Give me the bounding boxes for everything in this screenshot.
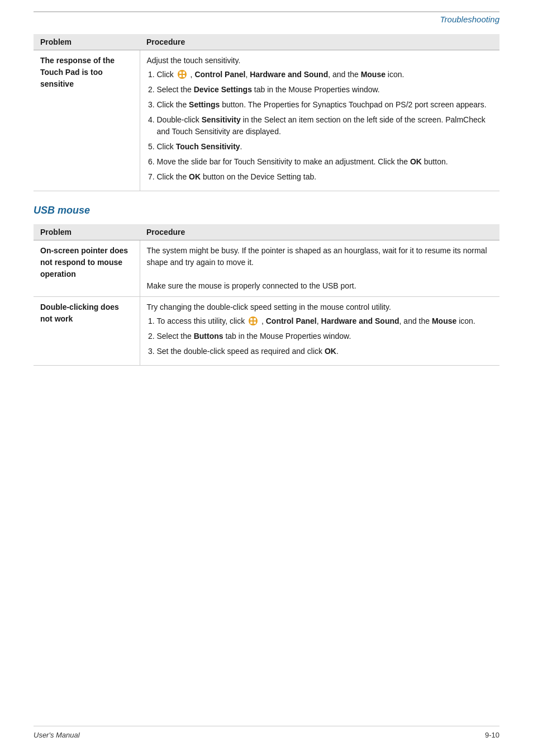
- procedure-steps: To access this utility, click , Control …: [157, 315, 493, 357]
- bold-text: Hardware and Sound: [321, 316, 399, 325]
- col-procedure-header: Procedure: [140, 34, 499, 50]
- procedure-cell: The system might be busy. If the pointer…: [140, 240, 499, 297]
- col-procedure-header: Procedure: [140, 224, 499, 240]
- list-item: Click , Control Panel, Hardware and Soun…: [157, 69, 493, 81]
- problem-cell: The response of the Touch Pad is too sen…: [34, 50, 140, 191]
- bold-text: Device Settings: [194, 85, 252, 94]
- list-item: Double-click Sensitivity in the Select a…: [157, 114, 493, 138]
- list-item: Click Touch Sensitivity.: [157, 141, 493, 153]
- header-area: Troubleshooting: [34, 15, 499, 24]
- bold-text: Buttons: [194, 332, 223, 341]
- page-container: Troubleshooting Problem Procedure The re…: [0, 0, 533, 756]
- table-row: On-screen pointer does not respond to mo…: [34, 240, 499, 297]
- svg-rect-3: [179, 75, 182, 77]
- list-item: Select the Buttons tab in the Mouse Prop…: [157, 330, 493, 342]
- touchpad-table: Problem Procedure The response of the To…: [34, 34, 499, 191]
- table-header-row: Problem Procedure: [34, 224, 499, 240]
- procedure-text: The system might be busy. If the pointer…: [147, 245, 493, 268]
- list-item: Click the OK button on the Device Settin…: [157, 171, 493, 183]
- svg-point-5: [249, 316, 258, 325]
- col-problem-header: Problem: [34, 34, 140, 50]
- list-item: Click the Settings button. The Propertie…: [157, 99, 493, 111]
- footer-left-label: User's Manual: [34, 731, 80, 739]
- svg-rect-6: [250, 318, 253, 320]
- col-problem-header: Problem: [34, 224, 140, 240]
- bold-text: Sensitivity: [202, 115, 241, 124]
- top-rule: [34, 11, 499, 12]
- windows-start-icon: [248, 316, 258, 326]
- procedure-cell: Try changing the double-click speed sett…: [140, 297, 499, 366]
- svg-rect-9: [254, 322, 256, 324]
- page-header-label: Troubleshooting: [440, 15, 499, 24]
- problem-text: Double-clicking does not work: [40, 303, 119, 323]
- svg-rect-2: [183, 72, 185, 74]
- bold-text: Control Panel: [194, 70, 245, 79]
- bold-text: Settings: [189, 100, 220, 109]
- list-item: To access this utility, click , Control …: [157, 315, 493, 327]
- bold-text: OK: [410, 157, 422, 166]
- list-item: Set the double-click speed as required a…: [157, 346, 493, 357]
- procedure-intro: Try changing the double-click speed sett…: [147, 301, 493, 313]
- svg-rect-8: [250, 322, 253, 324]
- procedure-text-2: Make sure the mouse is properly connecte…: [147, 280, 493, 292]
- list-item: Move the slide bar for Touch Sensitivity…: [157, 156, 493, 168]
- windows-start-icon: [177, 69, 187, 79]
- procedure-cell: Adjust the touch sensitivity. Click: [140, 50, 499, 191]
- table-row: The response of the Touch Pad is too sen…: [34, 50, 499, 191]
- bold-text: OK: [325, 347, 336, 356]
- list-item: Select the Device Settings tab in the Mo…: [157, 84, 493, 96]
- svg-point-0: [178, 70, 187, 79]
- footer-page-number: 9-10: [485, 731, 499, 739]
- problem-cell: Double-clicking does not work: [34, 297, 140, 366]
- bold-text: Hardware and Sound: [250, 70, 328, 79]
- bold-text: Mouse: [432, 316, 456, 325]
- svg-rect-7: [254, 318, 256, 320]
- bold-text: Mouse: [361, 70, 386, 79]
- procedure-steps: Click , Control Panel, Hardware and Soun…: [157, 69, 493, 183]
- procedure-intro: Adjust the touch sensitivity.: [147, 55, 493, 67]
- bold-text: OK: [189, 172, 201, 181]
- svg-rect-4: [183, 75, 185, 77]
- bold-text: Control Panel: [266, 316, 317, 325]
- footer: User's Manual 9-10: [34, 726, 499, 739]
- bold-text: Touch Sensitivity: [176, 142, 240, 151]
- usb-mouse-heading: USB mouse: [34, 205, 499, 216]
- svg-rect-1: [179, 72, 182, 74]
- problem-text: The response of the Touch Pad is too sen…: [40, 56, 115, 88]
- table-row: Double-clicking does not work Try changi…: [34, 297, 499, 366]
- problem-cell: On-screen pointer does not respond to mo…: [34, 240, 140, 297]
- problem-text: On-screen pointer does not respond to mo…: [40, 246, 128, 278]
- table-header-row: Problem Procedure: [34, 34, 499, 50]
- usb-mouse-table: Problem Procedure On-screen pointer does…: [34, 224, 499, 366]
